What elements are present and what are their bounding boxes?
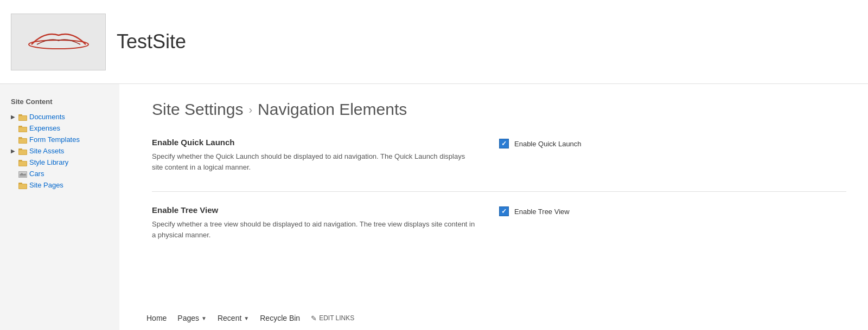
section-heading-tree-view: Enable Tree View <box>152 205 477 215</box>
nav-pages[interactable]: Pages ▼ <box>172 313 212 323</box>
edit-links-button[interactable]: ✎ EDIT LINKS <box>305 313 360 323</box>
logo-svg <box>21 25 97 58</box>
checkbox-quick-launch[interactable] <box>499 139 509 148</box>
nav-recent[interactable]: Recent ▼ <box>212 313 254 323</box>
logo-area: TestSite <box>11 14 186 70</box>
folder-icon <box>18 136 27 144</box>
sidebar-item-site-assets[interactable]: ▶ Site Assets <box>11 145 111 157</box>
settings-control-quick-launch: Enable Quick Launch <box>499 138 635 148</box>
sidebar-item-cars[interactable]: Cars <box>11 168 111 179</box>
expand-icon: ▶ <box>11 148 15 154</box>
checkbox-tree-view[interactable] <box>499 206 509 216</box>
checkbox-quick-launch-label[interactable]: Enable Quick Launch <box>514 140 582 148</box>
header: TestSite Home Pages ▼ Recent ▼ Recycle B… <box>0 0 868 84</box>
settings-section-tree-view: Enable Tree View Specify whether a tree … <box>152 205 846 240</box>
sidebar-item-documents[interactable]: ▶ Documents <box>11 111 111 122</box>
settings-control-tree-view: Enable Tree View <box>499 205 635 216</box>
nav-recycle-bin[interactable]: Recycle Bin <box>254 313 305 323</box>
site-title: TestSite <box>117 32 186 51</box>
page-title: Site Settings › Navigation Elements <box>152 100 846 119</box>
expand-icon: ▶ <box>11 114 15 120</box>
folder-icon <box>18 125 27 132</box>
main-container: Site Content ▶ Documents Expenses Form T… <box>0 84 868 330</box>
sidebar-title: Site Content <box>11 98 111 106</box>
settings-description-quick-launch: Enable Quick Launch Specify whether the … <box>152 138 477 172</box>
svg-rect-9 <box>19 139 27 143</box>
sidebar: Site Content ▶ Documents Expenses Form T… <box>0 84 119 330</box>
content-area: Site Settings › Navigation Elements Enab… <box>119 84 868 330</box>
recent-chevron-icon: ▼ <box>244 315 249 321</box>
section-body-quick-launch: Specify whether the Quick Launch should … <box>152 151 477 172</box>
sidebar-item-site-pages[interactable]: Site Pages <box>11 179 111 191</box>
svg-rect-22 <box>19 184 27 189</box>
pages-chevron-icon: ▼ <box>201 315 207 321</box>
svg-rect-3 <box>19 116 27 120</box>
svg-rect-12 <box>19 150 27 154</box>
settings-description-tree-view: Enable Tree View Specify whether a tree … <box>152 205 477 240</box>
folder-icon <box>18 113 27 121</box>
settings-layout-tree-view: Enable Tree View Specify whether a tree … <box>152 205 846 240</box>
nav-home[interactable]: Home <box>141 313 172 323</box>
folder-icon <box>18 159 27 166</box>
svg-rect-15 <box>19 161 27 166</box>
header-nav: Home Pages ▼ Recent ▼ Recycle Bin ✎ EDIT… <box>141 313 360 323</box>
pencil-icon: ✎ <box>311 314 317 322</box>
sidebar-item-expenses[interactable]: Expenses <box>11 122 111 134</box>
settings-section-quick-launch: Enable Quick Launch Specify whether the … <box>152 138 846 172</box>
settings-layout-quick-launch: Enable Quick Launch Specify whether the … <box>152 138 846 172</box>
sidebar-item-style-library[interactable]: Style Library <box>11 157 111 168</box>
section-heading-quick-launch: Enable Quick Launch <box>152 138 477 147</box>
sidebar-item-form-templates[interactable]: Form Templates <box>11 134 111 145</box>
folder-icon <box>18 182 27 189</box>
section-divider <box>152 191 846 192</box>
header-top: TestSite <box>11 14 202 70</box>
title-separator: › <box>248 103 252 116</box>
svg-rect-6 <box>19 127 27 132</box>
checkbox-tree-view-label[interactable]: Enable Tree View <box>514 208 570 216</box>
section-body-tree-view: Specify whether a tree view should be di… <box>152 219 477 240</box>
logo-box <box>11 14 106 70</box>
folder-icon <box>18 147 27 155</box>
image-folder-icon <box>18 170 27 178</box>
